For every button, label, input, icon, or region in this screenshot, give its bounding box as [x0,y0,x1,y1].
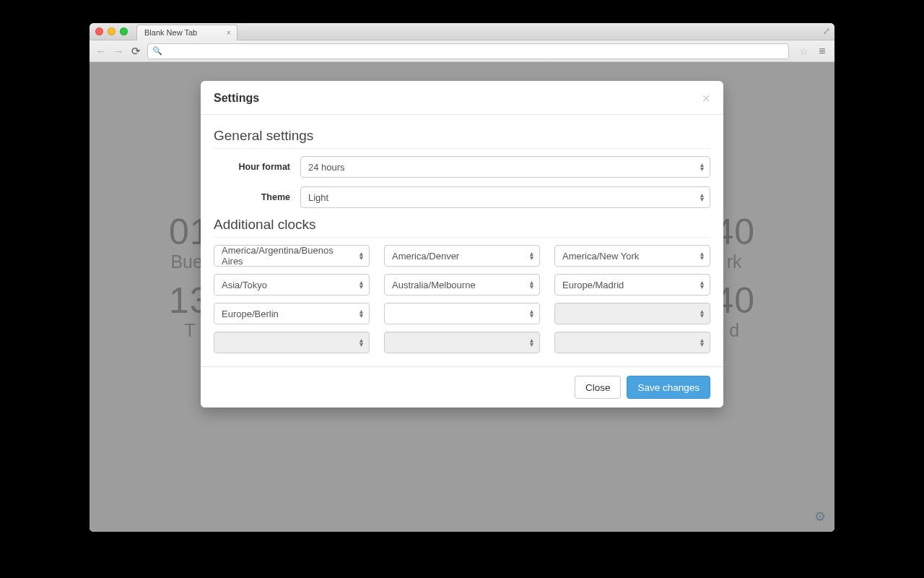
clock-select-1[interactable]: America/Argentina/Buenos Aires▴▾ [214,245,370,267]
save-button-label: Save changes [637,382,699,393]
clock-select-4[interactable]: Asia/Tokyo▴▾ [214,274,370,296]
chevron-updown-icon: ▴▾ [359,251,363,260]
clock-select-6[interactable]: Europe/Madrid▴▾ [554,274,710,296]
modal-body: General settings Hour format 24 hours ▴▾… [201,115,723,366]
hour-format-value: 24 hours [308,162,345,173]
clock-select-10: ▴▾ [214,332,370,353]
chevron-updown-icon: ▴▾ [700,309,704,318]
browser-tab[interactable]: Blank New Tab × [136,25,237,40]
window-controls [95,27,128,35]
clock-grid: America/Argentina/Buenos Aires▴▾America/… [214,245,710,353]
section-clocks: Additional clocks [214,217,710,238]
clock-select-value: America/Argentina/Buenos Aires [222,245,352,267]
chevron-updown-icon: ▴▾ [700,193,704,202]
modal-title: Settings [214,92,259,105]
clock-select-7[interactable]: Europe/Berlin▴▾ [214,303,370,324]
clock-select-3[interactable]: America/New York▴▾ [554,245,710,267]
address-bar[interactable]: 🔍 [147,43,789,59]
chevron-updown-icon: ▴▾ [700,251,704,260]
tab-close-icon[interactable]: × [227,28,231,37]
window-minimize-icon[interactable] [108,27,116,35]
bookmark-icon[interactable]: ☆ [799,46,808,57]
chevron-updown-icon: ▴▾ [700,338,704,347]
clock-select-value: America/New York [562,251,639,262]
clock-select-value: Asia/Tokyo [222,280,267,290]
chevron-updown-icon: ▴▾ [530,280,533,289]
clock-select-8[interactable]: ▴▾ [384,303,540,324]
theme-label: Theme [214,192,300,202]
hour-format-row: Hour format 24 hours ▴▾ [214,156,710,178]
chevron-updown-icon: ▴▾ [530,309,533,318]
hour-format-select[interactable]: 24 hours ▴▾ [300,156,710,178]
tab-title: Blank New Tab [144,28,197,37]
modal-header: Settings × [201,81,723,115]
clock-select-5[interactable]: Australia/Melbourne▴▾ [384,274,540,296]
hour-format-label: Hour format [214,162,300,172]
clock-select-12: ▴▾ [554,332,710,353]
toolbar: ← → ⟳ 🔍 ☆ ≡ [90,40,834,62]
modal-footer: Close Save changes [201,366,723,407]
chevron-updown-icon: ▴▾ [530,338,533,347]
settings-modal: Settings × General settings Hour format … [201,81,723,407]
chevron-updown-icon: ▴▾ [700,163,704,171]
chevron-updown-icon: ▴▾ [530,251,533,260]
menu-icon[interactable]: ≡ [816,45,829,58]
clock-select-9: ▴▾ [554,303,710,324]
chevron-updown-icon: ▴▾ [359,309,363,318]
theme-value: Light [308,192,328,203]
save-button[interactable]: Save changes [627,376,710,399]
modal-overlay: Settings × General settings Hour format … [90,62,834,532]
clock-select-2[interactable]: America/Denver▴▾ [384,245,540,267]
close-icon[interactable]: × [702,91,710,105]
close-button-label: Close [585,382,611,393]
browser-window: Blank New Tab × ⤢ ← → ⟳ 🔍 ☆ ≡ 01 Buer 40… [90,23,834,532]
window-zoom-icon[interactable] [120,27,128,35]
chevron-updown-icon: ▴▾ [700,280,704,289]
clock-select-value: America/Denver [392,251,459,262]
back-icon[interactable]: ← [95,45,107,57]
theme-select[interactable]: Light ▴▾ [300,186,710,208]
clock-select-value: Europe/Berlin [222,309,279,319]
reload-icon[interactable]: ⟳ [130,45,141,58]
forward-icon[interactable]: → [113,45,124,57]
titlebar: Blank New Tab × ⤢ [90,23,834,40]
clock-select-value: Europe/Madrid [562,280,624,290]
search-icon: 🔍 [152,46,162,56]
fullscreen-icon[interactable]: ⤢ [823,26,830,36]
page-viewport: 01 Buer 40 rk 13 T 40 d Berlin [90,62,834,532]
clock-select-11: ▴▾ [384,332,540,353]
section-general: General settings [214,128,710,149]
clock-select-value: Australia/Melbourne [392,280,476,290]
chevron-updown-icon: ▴▾ [359,280,363,289]
chevron-updown-icon: ▴▾ [359,338,363,347]
theme-row: Theme Light ▴▾ [214,186,710,208]
close-button[interactable]: Close [575,376,622,399]
window-close-icon[interactable] [95,27,103,35]
